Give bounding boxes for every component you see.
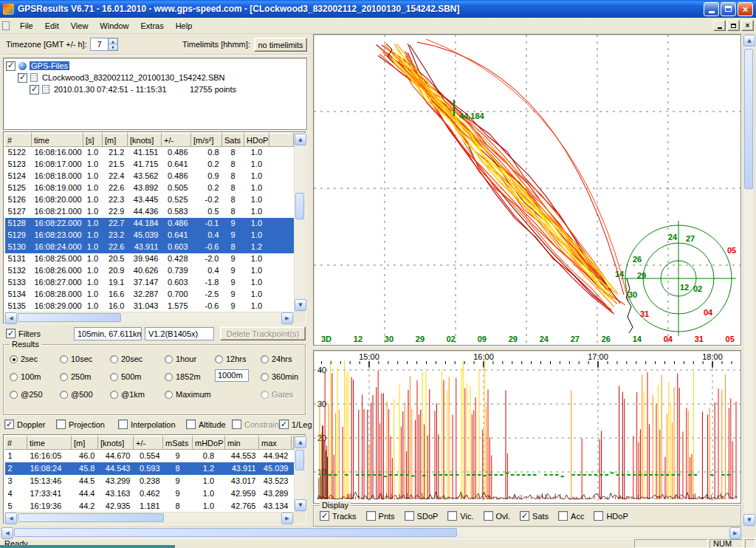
menu-item-window[interactable]: Window <box>94 19 134 32</box>
checkbox[interactable]: ✓ <box>520 511 529 521</box>
column-header[interactable]: HDoP <box>244 134 269 147</box>
radio-500m[interactable]: 500m <box>110 371 142 382</box>
scroll-thumb[interactable] <box>18 313 121 322</box>
tree-checkbox[interactable]: ✓ <box>30 85 39 95</box>
menu-item-view[interactable]: View <box>65 19 94 32</box>
table-row[interactable]: 513216:08:26.0001.020.940.6260.7390.491.… <box>5 265 294 277</box>
scroll-thumb[interactable] <box>14 528 457 537</box>
display-option-vic[interactable]: Vic. <box>447 510 473 521</box>
timelimits-button[interactable]: no timelimits <box>254 38 307 52</box>
display-option-acc[interactable]: Acc <box>558 510 584 521</box>
radio-360min[interactable]: 360min <box>261 371 298 382</box>
display-option-tracks[interactable]: ✓Tracks <box>320 510 357 521</box>
checkbox[interactable]: ✓ <box>4 419 14 429</box>
column-header[interactable]: +/- <box>134 436 163 450</box>
display-option-sats[interactable]: ✓Sats <box>520 510 549 521</box>
track-table-horizontal-scrollbar[interactable]: ◀▶ <box>4 312 294 323</box>
radio-24hrs[interactable]: 24hrs <box>261 354 292 364</box>
results-table-vertical-scrollbar[interactable]: ▲▼ <box>294 436 306 512</box>
radio-1km[interactable]: @1km <box>110 389 145 400</box>
radio-250[interactable]: @250 <box>10 389 43 400</box>
option-interpolation[interactable]: Interpolation <box>118 419 176 430</box>
option-doppler[interactable]: ✓Doppler <box>4 419 46 430</box>
checkbox[interactable] <box>118 419 128 429</box>
column-header[interactable]: [m/s²] <box>191 134 222 147</box>
scroll-thumb[interactable] <box>295 193 304 219</box>
spin-down-button[interactable]: ▼ <box>109 44 117 50</box>
table-row[interactable]: 512816:08:22.0001.022.744.1840.486-0.191… <box>5 218 294 230</box>
radio-10sec[interactable]: 10sec <box>60 354 92 364</box>
mdi-restore-button[interactable] <box>727 20 740 31</box>
checkbox[interactable] <box>558 511 568 521</box>
radio-2sec[interactable]: 2sec <box>10 354 38 364</box>
menu-item-extras[interactable]: Extras <box>134 19 169 32</box>
column-header[interactable]: +/- <box>162 134 191 147</box>
results-table-horizontal-scrollbar[interactable]: ◀▶ <box>4 512 294 524</box>
table-row[interactable]: 513016:08:24.0001.022.643.9110.603-0.681… <box>5 242 294 253</box>
checkbox[interactable]: ✓ <box>279 419 289 429</box>
tree-item[interactable]: ✓GPS-Files <box>4 60 306 72</box>
checkbox[interactable] <box>186 419 196 429</box>
track-map[interactable]: 242705261429120230043144.184 3D123029020… <box>313 34 741 346</box>
table-row[interactable]: 315:13:4644.543.2990.23891.043.01743.523 <box>5 475 294 487</box>
scroll-thumb[interactable] <box>744 49 753 189</box>
main-horizontal-scrollbar[interactable]: ◀▶ <box>1 527 742 538</box>
column-header[interactable]: [m] <box>103 134 128 147</box>
distance-input[interactable]: 1000m <box>215 369 249 382</box>
checkbox[interactable] <box>484 511 493 521</box>
filter-summary-field[interactable]: 105min, 67.611km <box>74 327 142 340</box>
checkbox[interactable] <box>405 511 414 521</box>
spin-up-button[interactable]: ▲ <box>109 38 117 44</box>
close-button[interactable]: × <box>738 2 753 16</box>
scroll-left-button[interactable]: ◀ <box>5 513 17 524</box>
table-row[interactable]: 512516:08:19.0001.022.643.8920.5050.281.… <box>5 182 294 194</box>
table-row[interactable]: 513516:08:29.0001.016.031.0431.575-0.691… <box>5 301 294 312</box>
scroll-up-button[interactable]: ▲ <box>295 134 306 145</box>
speed-graph[interactable]: 15:0016:0017:0018:0040302010 <box>313 350 741 504</box>
column-header[interactable]: [knots] <box>128 134 162 147</box>
tree-checkbox[interactable]: ✓ <box>18 73 27 83</box>
radio-20sec[interactable]: 20sec <box>110 354 142 364</box>
scroll-left-button[interactable]: ◀ <box>1 527 13 539</box>
table-row[interactable]: 512416:08:18.0001.022.443.5620.4860.981.… <box>5 171 294 182</box>
gps-files-tree[interactable]: ✓GPS-Files✓CLockwood3_832002112_20100130… <box>3 58 307 130</box>
table-row[interactable]: 512316:08:17.0001.021.541.7150.6410.281.… <box>5 159 294 171</box>
option-altitude[interactable]: Altitude <box>186 419 226 430</box>
table-row[interactable]: 417:33:4144.443.1630.46291.042.95943.289 <box>5 487 294 500</box>
column-header[interactable]: min <box>225 436 259 450</box>
minimize-button[interactable] <box>704 2 719 16</box>
table-row[interactable]: 513316:08:27.0001.019.137.1470.603-1.891… <box>5 277 294 289</box>
table-row[interactable]: 512216:08:16.0001.021.241.1510.4860.881.… <box>5 147 294 159</box>
checkbox[interactable] <box>447 511 457 521</box>
menu-item-edit[interactable]: Edit <box>39 19 65 32</box>
radio-maximum[interactable]: Maximum <box>165 389 211 400</box>
option-1leg[interactable]: ✓1/Leg <box>279 419 312 430</box>
scroll-up-button[interactable]: ▲ <box>295 436 306 448</box>
table-row[interactable]: 116:16:0546.044.6700.55490.844.55344.942 <box>5 450 294 462</box>
table-row[interactable]: 512916:08:23.0001.023.245.0390.6410.491.… <box>5 230 294 242</box>
column-header[interactable]: # <box>5 436 27 450</box>
main-vertical-scrollbar[interactable]: ▲▼ <box>743 34 755 527</box>
display-option-ovl[interactable]: Ovl. <box>484 510 511 521</box>
mdi-close-button[interactable]: × <box>741 20 754 31</box>
trackpoint-table[interactable]: #time[s][m][knots]+/-[m/s²]SatsHDoP51221… <box>4 133 294 312</box>
column-header[interactable]: [knots] <box>98 436 134 450</box>
timezone-value[interactable]: 7 <box>91 38 108 50</box>
display-option-hdop[interactable]: HDoP <box>594 510 628 521</box>
display-option-sdop[interactable]: SDoP <box>405 510 439 521</box>
track-table-vertical-scrollbar[interactable]: ▲▼ <box>294 133 306 312</box>
column-header[interactable]: time <box>32 134 83 147</box>
scroll-thumb[interactable] <box>18 513 164 522</box>
scroll-right-button[interactable]: ▶ <box>281 513 293 524</box>
scroll-down-button[interactable]: ▼ <box>743 514 755 526</box>
radio-12hrs[interactable]: 12hrs <box>215 354 247 364</box>
checkbox[interactable] <box>366 511 376 521</box>
column-header[interactable]: mHDoP <box>193 436 225 450</box>
firmware-version-field[interactable]: V1.2(B1405x) <box>145 327 214 340</box>
checkbox[interactable] <box>56 419 66 429</box>
checkbox[interactable]: ✓ <box>320 511 329 521</box>
table-row[interactable]: 513116:08:25.0001.020.539.9460.428-2.091… <box>5 253 294 265</box>
tree-item[interactable]: ✓2010.01.30 07:42:51 - 11:15:3112755 poi… <box>4 83 306 95</box>
scroll-thumb[interactable] <box>295 450 304 470</box>
column-header[interactable]: # <box>5 134 32 147</box>
